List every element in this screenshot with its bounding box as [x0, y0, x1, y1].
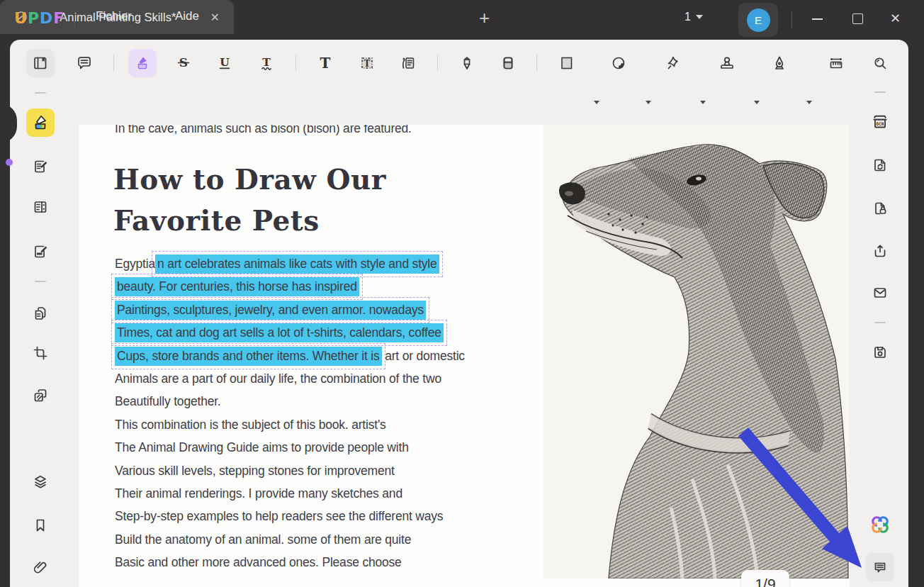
- close-window-button[interactable]: ✕: [890, 11, 901, 26]
- strikethrough-icon: S: [175, 55, 192, 72]
- crop-icon: [32, 345, 49, 362]
- highlighted-line: beauty. For centuries, this horse has in…: [115, 275, 465, 298]
- sticker-tool-button[interactable]: [604, 49, 633, 77]
- sidebar-edit-page-button[interactable]: [26, 237, 55, 266]
- account-button[interactable]: E: [738, 3, 778, 37]
- squiggly-underline-tool-button[interactable]: T: [252, 49, 281, 77]
- doc-heading-line1: How to Draw Our: [113, 159, 386, 200]
- share-button[interactable]: [866, 237, 894, 265]
- search-button[interactable]: [866, 49, 894, 77]
- strikethrough-tool-button[interactable]: S: [169, 49, 198, 77]
- rainbow-highlighter-icon: [31, 113, 50, 132]
- save-button[interactable]: [866, 338, 894, 367]
- text-highlight[interactable]: Paintings, sculptures, jewelry, and even…: [115, 301, 426, 320]
- note-edit-icon: [32, 158, 49, 175]
- pencil-tool-button[interactable]: [453, 49, 481, 77]
- reader-book-icon: [32, 55, 49, 72]
- left-rail-divider: [35, 281, 46, 282]
- shape-dropdown-caret[interactable]: [594, 101, 599, 104]
- titlebar-divider: [74, 12, 75, 28]
- ai-clover-icon: [869, 514, 891, 535]
- eraser-icon: [500, 55, 517, 72]
- ocr-button[interactable]: OCR: [866, 108, 894, 137]
- toolbar-divider: [113, 55, 114, 72]
- text-highlight[interactable]: Cups, store brands and other items. Whet…: [115, 347, 382, 366]
- comment-tool-button[interactable]: [70, 49, 98, 77]
- sidebar-crop-button[interactable]: [26, 339, 55, 367]
- text-highlight[interactable]: Times, cat and dog art sells a lot of t-…: [115, 323, 444, 342]
- app-logo: UPDF: [14, 9, 64, 27]
- stamp-icon: [719, 55, 736, 72]
- ruler-icon: [828, 55, 845, 72]
- tab-close-icon[interactable]: ✕: [206, 9, 224, 26]
- highlight-paragraph[interactable]: Egyptian art celebrates animals like cat…: [115, 252, 465, 367]
- sidebar-layers-button[interactable]: [26, 468, 55, 496]
- shape-tool-button[interactable]: [553, 49, 581, 77]
- mail-icon: [872, 284, 889, 301]
- callout-icon: [400, 55, 417, 72]
- chevron-down-icon: [696, 15, 703, 19]
- signature-dropdown-caret[interactable]: [806, 101, 812, 104]
- maximize-button[interactable]: [852, 13, 863, 24]
- duplicate-icon: [32, 387, 49, 404]
- stamp-tool-button[interactable]: [713, 49, 741, 77]
- highlight-tool-button-active[interactable]: [128, 49, 157, 77]
- search-icon: [872, 55, 889, 72]
- menu-aide[interactable]: Aide: [175, 9, 199, 23]
- menu-fichier[interactable]: Fichier: [96, 9, 132, 23]
- body-line: The Animal Drawing Guide aims to provide…: [115, 436, 465, 459]
- eraser-tool-button[interactable]: [494, 49, 522, 77]
- body-line: Step-by-step examples to help readers se…: [115, 505, 465, 527]
- logo-letter: P: [28, 9, 40, 27]
- reader-mode-button[interactable]: [26, 49, 55, 77]
- send-mail-button[interactable]: [866, 279, 894, 307]
- text-box-icon: T: [359, 55, 376, 72]
- document-count-dropdown[interactable]: 1: [684, 11, 703, 23]
- protect-button[interactable]: [866, 194, 894, 223]
- title-bar: UPDF Fichier Aide Animal Painting Skills…: [0, 0, 924, 40]
- sidebar-edit-pdf-button[interactable]: [26, 152, 55, 181]
- signature-tool-button[interactable]: [765, 49, 794, 77]
- convert-button[interactable]: [866, 151, 894, 179]
- sticker-dropdown-caret[interactable]: [646, 101, 651, 104]
- new-tab-button[interactable]: +: [473, 7, 495, 29]
- toolbar-divider: [295, 55, 296, 72]
- share-export-icon: [872, 242, 889, 259]
- highlighter-icon: [134, 55, 151, 72]
- pin-dropdown-caret[interactable]: [700, 101, 706, 104]
- toolbar-divider: [536, 55, 537, 72]
- underline-tool-button[interactable]: U: [210, 49, 239, 77]
- text-highlight[interactable]: beauty. For centuries, this horse has in…: [115, 277, 359, 296]
- sidebar-comment-tool-active[interactable]: [26, 108, 55, 137]
- sidebar-pages-button[interactable]: [26, 299, 55, 328]
- body-line: Various skill levels, stepping stones fo…: [115, 459, 465, 482]
- callout-button[interactable]: [394, 49, 422, 77]
- ocr-icon: OCR: [871, 113, 889, 132]
- comment-list-button[interactable]: [866, 553, 894, 581]
- sidebar-attachment-button[interactable]: [26, 554, 55, 582]
- svg-text:T: T: [364, 59, 371, 69]
- pin-tool-button[interactable]: [659, 49, 687, 77]
- sidebar-bookmark-button[interactable]: [26, 511, 55, 540]
- body-line: Their animal renderings. I provide many …: [115, 482, 465, 505]
- text-box-button[interactable]: T: [353, 49, 381, 77]
- body-paragraph: Animals are a part of our daily life, th…: [115, 367, 465, 574]
- add-text-button[interactable]: T: [311, 49, 339, 77]
- stamp-dropdown-caret[interactable]: [754, 101, 760, 104]
- underline-icon: U: [216, 55, 233, 72]
- sidebar-organize-pages-button[interactable]: [26, 193, 55, 221]
- document-count: 1: [684, 11, 691, 23]
- document-page[interactable]: In the cave, animals such as bison (biso…: [79, 125, 850, 587]
- measure-tool-button[interactable]: [822, 49, 850, 77]
- svg-text:T: T: [320, 55, 331, 72]
- left-rail-divider: [35, 92, 46, 94]
- pin-icon: [665, 55, 682, 72]
- sidebar-slideshow-button[interactable]: [26, 381, 55, 410]
- rectangle-shape-icon: [558, 55, 575, 72]
- updf-ai-button[interactable]: [866, 510, 894, 539]
- logo-letter: F: [53, 9, 64, 27]
- doc-heading: How to Draw Our Favorite Pets: [113, 159, 386, 241]
- svg-text:T: T: [262, 55, 271, 69]
- minimize-button[interactable]: [812, 18, 823, 20]
- text-highlight[interactable]: n art celebrates animals like cats with …: [155, 255, 439, 274]
